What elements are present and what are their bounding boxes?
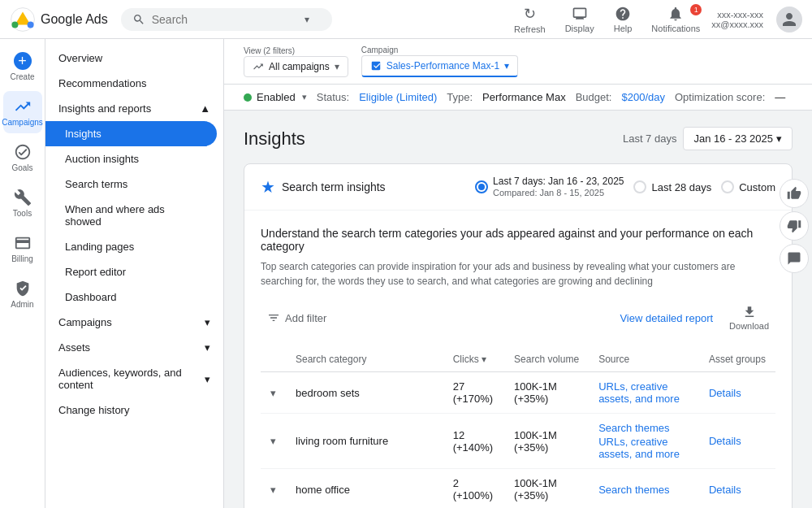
- details-link[interactable]: Details: [709, 387, 741, 399]
- right-actions: [780, 179, 809, 273]
- card-header-left: Search term insights: [261, 180, 386, 194]
- clicks-cell: 2 (+100%): [443, 469, 504, 509]
- search-bar[interactable]: ▾: [121, 8, 332, 31]
- assets-chevron-icon: ▾: [205, 341, 210, 354]
- sidebar-item-when-where-label: When and where ads showed: [65, 203, 204, 228]
- source-link[interactable]: URLs, creative assets, and more: [598, 380, 680, 405]
- details-link[interactable]: Details: [709, 484, 741, 496]
- help-label: Help: [614, 24, 633, 33]
- billing-icon-button[interactable]: Billing: [3, 228, 42, 270]
- col-assets-header[interactable]: Asset groups: [699, 347, 775, 372]
- expand-icon[interactable]: ▾: [270, 387, 276, 399]
- goals-icon-button[interactable]: Goals: [3, 137, 42, 179]
- sidebar-item-change-history[interactable]: Change history: [45, 397, 217, 423]
- page-title-row: Insights Last 7 days Jan 16 - 23 2025 ▾: [244, 127, 793, 150]
- radio-last7[interactable]: Last 7 days: Jan 16 - 23, 2025Compared: …: [475, 176, 624, 198]
- sidebar-item-insights-label: Insights: [65, 128, 102, 140]
- campaign-filter-wrapper: Campaign Sales-Performance Max-1 ▾: [361, 46, 518, 77]
- user-avatar[interactable]: [776, 7, 802, 33]
- source-link1[interactable]: Search themes: [598, 422, 689, 434]
- search-categories-table: Search category Clicks ▾ Search volume S…: [261, 347, 775, 508]
- campaigns-icon: [14, 98, 32, 115]
- status-dropdown-icon[interactable]: ▾: [302, 92, 307, 102]
- budget-value[interactable]: $200/day: [622, 91, 666, 103]
- optimization-value: —: [775, 91, 785, 103]
- search-input[interactable]: [152, 13, 298, 26]
- sidebar-item-auction-label: Auction insights: [65, 153, 139, 165]
- perf-max-icon: [370, 60, 382, 72]
- col-source-header[interactable]: Source: [589, 347, 699, 372]
- refresh-label: Refresh: [514, 24, 546, 34]
- date-range-button[interactable]: Jan 16 - 23 2025 ▾: [683, 127, 793, 150]
- thumbs-down-button[interactable]: [780, 211, 809, 241]
- add-filter-button[interactable]: Add filter: [261, 306, 333, 329]
- sidebar-audiences-header[interactable]: Audiences, keywords, and content ▾: [45, 360, 223, 397]
- campaign-filter-label: Campaign: [361, 46, 518, 54]
- logo-text: Google Ads: [41, 12, 108, 27]
- campaign-filter-button[interactable]: Sales-Performance Max-1 ▾: [361, 55, 518, 77]
- sidebar-item-change-history-label: Change history: [58, 404, 129, 416]
- assets-cell: Details: [699, 469, 775, 509]
- help-button[interactable]: Help: [606, 2, 641, 37]
- create-icon: +: [14, 52, 32, 70]
- radio-last7-circle: [475, 180, 488, 193]
- view-filter-button[interactable]: All campaigns ▾: [244, 56, 348, 77]
- sidebar-item-recommendations[interactable]: Recommendations: [45, 71, 217, 96]
- status-chip: Enabled ▾: [244, 91, 307, 103]
- sidebar-assets-label: Assets: [58, 341, 90, 354]
- source-link2[interactable]: URLs, creative assets, and more: [598, 436, 689, 460]
- insights-reports-chevron-icon: ▲: [200, 102, 210, 115]
- create-button[interactable]: + Create: [3, 46, 42, 88]
- download-button[interactable]: Download: [723, 302, 775, 334]
- sidebar-item-landing-pages[interactable]: Landing pages: [45, 234, 217, 259]
- create-label: Create: [10, 72, 34, 81]
- source-link[interactable]: Search themes: [598, 484, 669, 496]
- thumbs-up-button[interactable]: [780, 179, 809, 208]
- tools-icon-button[interactable]: Tools: [3, 182, 42, 224]
- sidebar-item-search-terms[interactable]: Search terms: [45, 172, 217, 197]
- sidebar-item-landing-pages-label: Landing pages: [65, 241, 134, 253]
- radio-custom[interactable]: Custom: [721, 180, 775, 193]
- expand-icon[interactable]: ▾: [270, 435, 276, 447]
- view-report-link[interactable]: View detailed report: [620, 312, 713, 324]
- sidebar-item-when-where[interactable]: When and where ads showed: [45, 197, 217, 234]
- col-clicks-header[interactable]: Clicks ▾: [443, 347, 504, 372]
- sidebar-audiences-label: Audiences, keywords, and content: [58, 367, 205, 391]
- expand-cell: ▾: [261, 372, 286, 414]
- filter-row: Add filter View detailed report Download: [261, 302, 775, 334]
- expand-icon[interactable]: ▾: [270, 484, 276, 496]
- date-range-value: Jan 16 - 23 2025: [693, 132, 773, 145]
- notifications-label: Notifications: [651, 24, 700, 33]
- sidebar-item-auction-insights[interactable]: Auction insights: [45, 146, 217, 172]
- col-category-header[interactable]: Search category: [286, 347, 443, 372]
- notifications-button[interactable]: 1 Notifications: [643, 2, 708, 37]
- sidebar-assets-header[interactable]: Assets ▾: [45, 335, 223, 360]
- sidebar-item-dashboard[interactable]: Dashboard: [45, 284, 217, 310]
- display-button[interactable]: Display: [557, 2, 603, 37]
- comment-button[interactable]: [780, 244, 809, 273]
- card-description: Top search categories can provide inspir…: [261, 259, 775, 289]
- sidebar-item-insights[interactable]: Insights: [45, 121, 217, 146]
- details-link[interactable]: Details: [709, 435, 741, 447]
- campaigns-chevron-icon: ▾: [205, 316, 210, 328]
- google-ads-logo-icon: [10, 7, 36, 33]
- radio-last28[interactable]: Last 28 days: [633, 180, 711, 193]
- sidebar-item-overview-label: Overview: [58, 52, 102, 64]
- sidebar-item-overview[interactable]: Overview: [45, 46, 217, 71]
- col-expand: [261, 347, 286, 372]
- admin-icon-button[interactable]: Admin: [3, 273, 42, 315]
- sidebar-item-report-editor[interactable]: Report editor: [45, 259, 217, 284]
- sidebar-item-search-terms-label: Search terms: [65, 178, 127, 190]
- thumbs-up-icon: [787, 186, 801, 201]
- col-volume-header[interactable]: Search volume: [504, 347, 589, 372]
- refresh-button[interactable]: ↻ Refresh: [506, 2, 554, 37]
- status-enabled-dot: [244, 93, 252, 102]
- sidebar-campaigns-header[interactable]: Campaigns ▾: [45, 310, 223, 335]
- campaigns-icon-button[interactable]: Campaigns: [3, 91, 42, 133]
- card-description-title: Understand the search term categories yo…: [261, 227, 775, 253]
- status-eligible-link[interactable]: Eligible (Limited): [359, 91, 437, 103]
- sidebar-insights-reports-header[interactable]: Insights and reports ▲: [45, 96, 223, 121]
- tools-label: Tools: [13, 209, 32, 218]
- search-dropdown-icon[interactable]: ▾: [304, 14, 309, 25]
- clicks-cell: 27 (+170%): [443, 372, 504, 414]
